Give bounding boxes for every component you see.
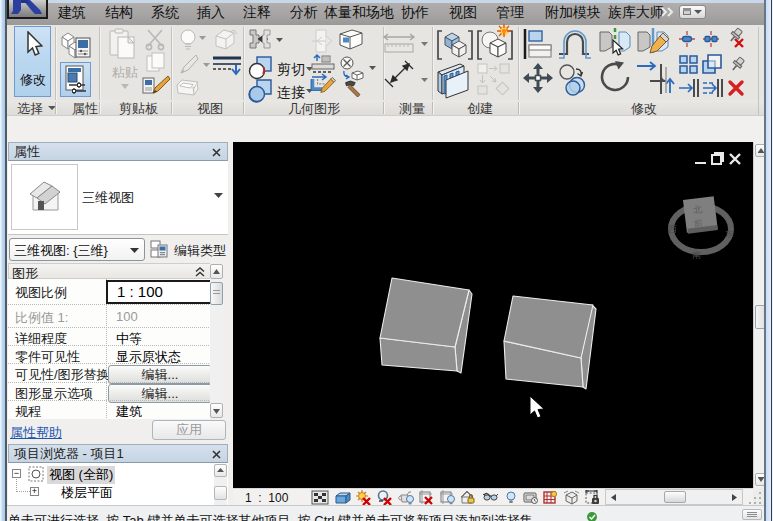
svg-text:南: 南	[692, 250, 701, 260]
svg-text:粘贴: 粘贴	[112, 65, 138, 80]
svg-text:北: 北	[693, 204, 703, 215]
svg-text:东: 东	[724, 229, 734, 239]
svg-text:连接: 连接	[277, 84, 305, 100]
svg-text:剪切: 剪切	[277, 61, 305, 77]
svg-text:前: 前	[693, 218, 703, 229]
svg-text:西: 西	[668, 224, 677, 234]
